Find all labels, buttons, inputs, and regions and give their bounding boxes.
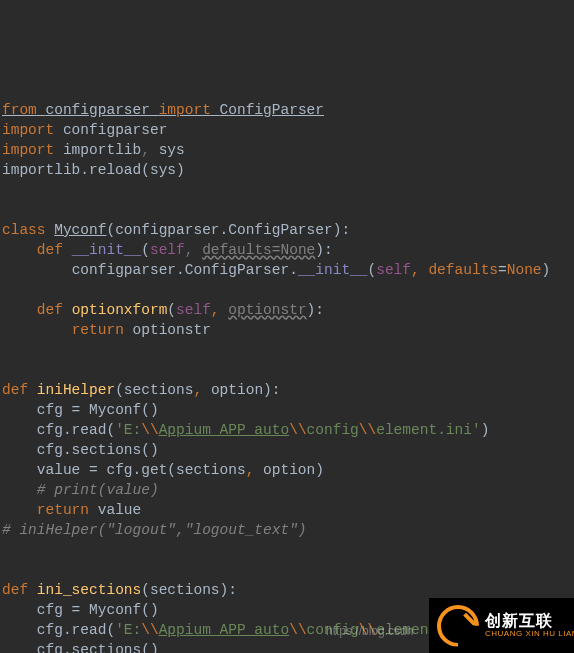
logo-text: 创新互联 CHUANG XIN HU LIAN: [485, 613, 574, 638]
mod-sys: sys: [159, 142, 185, 158]
kw-from: from: [2, 102, 37, 118]
line-reload: importlib.reload(sys): [2, 162, 185, 178]
line-cfg-myconf: cfg = Myconf(): [37, 402, 159, 418]
comment-inihelper: # iniHelper("logout","logout_text"): [2, 522, 307, 538]
param-defaults: defaults=None: [202, 242, 315, 258]
mod-configparser: configparser: [63, 122, 167, 138]
kw-def: def: [2, 382, 28, 398]
kw-import: import: [159, 102, 211, 118]
code-container: from configparser import ConfigParser im…: [0, 80, 574, 653]
line-cfg-myconf-2: cfg = Myconf(): [37, 602, 159, 618]
mod-importlib: importlib: [63, 142, 141, 158]
func-optionxform: optionxform: [72, 302, 168, 318]
func-inihelper: iniHelper: [37, 382, 115, 398]
kw-return: return: [72, 322, 124, 338]
self: self: [150, 242, 185, 258]
class-name: Myconf: [54, 222, 106, 238]
kw-def: def: [2, 582, 28, 598]
logo-icon: [437, 605, 479, 647]
param-optionstr: optionstr: [228, 302, 306, 318]
cls-configparser: ConfigParser: [220, 102, 324, 118]
kw-class: class: [2, 222, 46, 238]
comment-print: # print(value): [37, 482, 159, 498]
func-ini-sections: ini_sections: [37, 582, 141, 598]
kw-import: import: [2, 142, 54, 158]
comma: ,: [141, 142, 150, 158]
kw-import: import: [2, 122, 54, 138]
func-init: __init__: [72, 242, 142, 258]
kw-def: def: [37, 302, 63, 318]
class-base: (configparser.ConfigParser):: [106, 222, 350, 238]
logo-cn: 创新互联: [485, 613, 574, 630]
dunder-init: __init__: [298, 262, 368, 278]
cfgparser-prefix: configparser.ConfigParser.: [72, 262, 298, 278]
line-sections: cfg.sections(): [37, 442, 159, 458]
kw-def: def: [37, 242, 63, 258]
line-sections-2: cfg.sections(): [37, 642, 159, 653]
kw-return: return: [37, 502, 89, 518]
logo-en: CHUANG XIN HU LIAN: [485, 630, 574, 638]
watermark-url: https://blog.csdn: [326, 623, 413, 640]
logo-watermark: 创新互联 CHUANG XIN HU LIAN: [429, 598, 574, 653]
mod-configparser: configparser: [46, 102, 150, 118]
